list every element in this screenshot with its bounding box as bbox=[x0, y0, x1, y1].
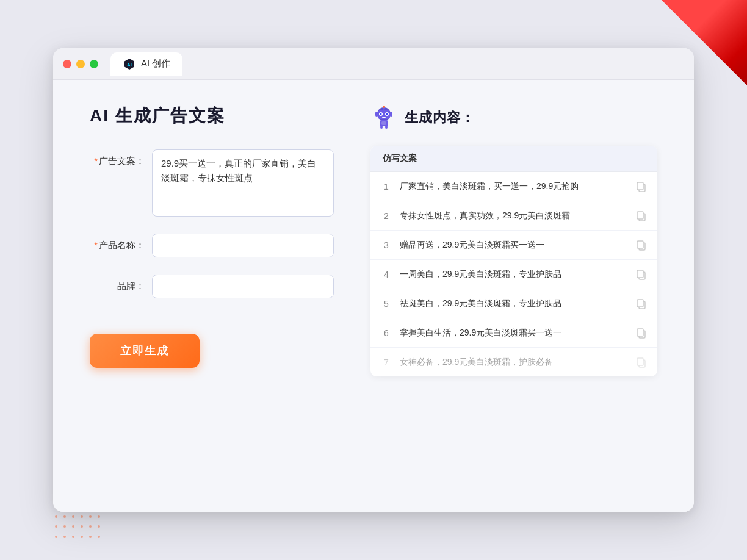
product-name-input[interactable]: 美白淡斑霜 bbox=[152, 234, 334, 257]
robot-icon bbox=[370, 104, 397, 131]
svg-rect-26 bbox=[637, 300, 643, 307]
svg-rect-28 bbox=[637, 329, 643, 336]
maximize-button[interactable] bbox=[90, 60, 98, 68]
svg-rect-24 bbox=[637, 270, 643, 278]
right-panel: 生成内容： 仿写文案 1 厂家直销，美白淡斑霜，买一送一，29.9元抢购 2 专… bbox=[370, 104, 657, 487]
row-text-5: 祛斑美白，29.9元美白淡斑霜，专业护肤品 bbox=[400, 297, 628, 310]
row-text-7: 女神必备，29.9元美白淡斑霜，护肤必备 bbox=[400, 356, 628, 368]
copy-icon-6[interactable] bbox=[635, 327, 648, 339]
svg-rect-15 bbox=[380, 126, 383, 129]
generate-button[interactable]: 立即生成 bbox=[90, 334, 200, 368]
svg-point-6 bbox=[380, 113, 382, 115]
ai-tab-icon: AI bbox=[123, 57, 136, 71]
svg-text:AI: AI bbox=[127, 62, 132, 67]
table-row: 6 掌握美白生活，29.9元美白淡斑霜买一送一 bbox=[370, 318, 657, 348]
table-row: 5 祛斑美白，29.9元美白淡斑霜，专业护肤品 bbox=[370, 289, 657, 318]
row-text-4: 一周美白，29.9元美白淡斑霜，专业护肤品 bbox=[400, 268, 628, 281]
row-number-2: 2 bbox=[380, 211, 392, 221]
result-header: 生成内容： bbox=[370, 104, 657, 131]
svg-rect-30 bbox=[637, 358, 643, 365]
table-row: 3 赠品再送，29.9元美白淡斑霜买一送一 bbox=[370, 231, 657, 260]
svg-rect-12 bbox=[390, 112, 392, 117]
minimize-button[interactable] bbox=[76, 60, 85, 68]
svg-rect-20 bbox=[637, 212, 643, 219]
ad-copy-group: *广告文案： 29.9买一送一，真正的厂家直销，美白淡斑霜，专抹女性斑点 bbox=[90, 149, 334, 217]
row-text-6: 掌握美白生活，29.9元美白淡斑霜买一送一 bbox=[400, 326, 628, 339]
table-row-dimmed: 7 女神必备，29.9元美白淡斑霜，护肤必备 bbox=[370, 348, 657, 376]
traffic-lights bbox=[63, 60, 98, 68]
required-star-1: * bbox=[94, 156, 98, 166]
brand-input[interactable]: 好白 bbox=[152, 275, 334, 298]
page-title: AI 生成广告文案 bbox=[90, 104, 334, 127]
copy-icon-3[interactable] bbox=[635, 239, 648, 251]
copy-icon-2[interactable] bbox=[635, 210, 648, 222]
table-row: 4 一周美白，29.9元美白淡斑霜，专业护肤品 bbox=[370, 260, 657, 289]
browser-window: AI AI 创作 AI 生成广告文案 *广告文案： 29.9买一送一，真正的厂家… bbox=[53, 48, 694, 512]
copy-icon-1[interactable] bbox=[635, 181, 648, 193]
tab-label: AI 创作 bbox=[141, 58, 170, 70]
row-number-5: 5 bbox=[380, 299, 392, 309]
product-name-group: *产品名称： 美白淡斑霜 bbox=[90, 234, 334, 257]
result-title: 生成内容： bbox=[405, 109, 475, 127]
svg-rect-18 bbox=[637, 182, 643, 190]
copy-icon-4[interactable] bbox=[635, 268, 648, 281]
title-bar: AI AI 创作 bbox=[53, 48, 694, 80]
table-header: 仿写文案 bbox=[370, 146, 657, 172]
svg-rect-16 bbox=[385, 126, 388, 129]
svg-rect-11 bbox=[375, 112, 378, 117]
ad-copy-label: *广告文案： bbox=[90, 149, 145, 167]
main-content: AI 生成广告文案 *广告文案： 29.9买一送一，真正的厂家直销，美白淡斑霜，… bbox=[53, 80, 694, 512]
table-row: 2 专抹女性斑点，真实功效，29.9元美白淡斑霜 bbox=[370, 201, 657, 231]
result-table: 仿写文案 1 厂家直销，美白淡斑霜，买一送一，29.9元抢购 2 专抹女性斑点，… bbox=[370, 146, 657, 376]
brand-label: 品牌： bbox=[90, 275, 145, 292]
brand-group: 品牌： 好白 bbox=[90, 275, 334, 298]
copy-icon-7[interactable] bbox=[635, 356, 648, 368]
row-number-4: 4 bbox=[380, 270, 392, 279]
svg-point-7 bbox=[386, 113, 388, 115]
row-text-3: 赠品再送，29.9元美白淡斑霜买一送一 bbox=[400, 239, 628, 251]
row-number-6: 6 bbox=[380, 328, 392, 338]
table-row: 1 厂家直销，美白淡斑霜，买一送一，29.9元抢购 bbox=[370, 172, 657, 201]
row-text-1: 厂家直销，美白淡斑霜，买一送一，29.9元抢购 bbox=[400, 180, 628, 193]
ad-copy-input[interactable]: 29.9买一送一，真正的厂家直销，美白淡斑霜，专抹女性斑点 bbox=[152, 149, 334, 217]
copy-icon-5[interactable] bbox=[635, 298, 648, 310]
required-star-2: * bbox=[94, 240, 98, 250]
svg-rect-14 bbox=[381, 121, 386, 125]
svg-rect-8 bbox=[382, 117, 386, 118]
row-number-3: 3 bbox=[380, 240, 392, 250]
row-text-2: 专抹女性斑点，真实功效，29.9元美白淡斑霜 bbox=[400, 209, 628, 222]
row-number-7: 7 bbox=[380, 357, 392, 367]
svg-rect-22 bbox=[637, 241, 643, 248]
svg-point-10 bbox=[383, 106, 385, 108]
tab-ai-creation[interactable]: AI AI 创作 bbox=[110, 52, 182, 76]
product-name-label: *产品名称： bbox=[90, 234, 145, 251]
left-panel: AI 生成广告文案 *广告文案： 29.9买一送一，真正的厂家直销，美白淡斑霜，… bbox=[90, 104, 334, 487]
row-number-1: 1 bbox=[380, 182, 392, 192]
close-button[interactable] bbox=[63, 60, 71, 68]
